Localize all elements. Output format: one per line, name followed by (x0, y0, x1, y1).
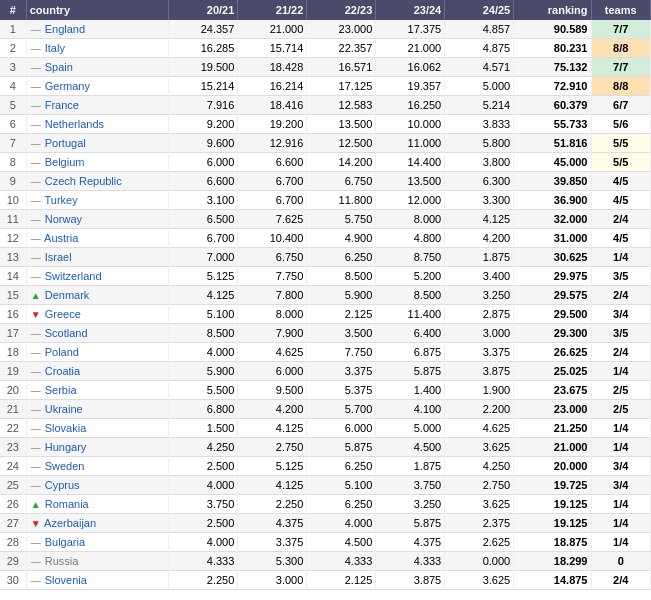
rank-cell: 8 (0, 153, 26, 172)
y2223-cell: 6.750 (307, 172, 376, 191)
y2324-cell: 13.500 (376, 172, 445, 191)
rank-cell: 4 (0, 77, 26, 96)
teams-cell: 0 (591, 552, 651, 571)
y2223-cell: 5.700 (307, 400, 376, 419)
table-row: 13 — Israel 7.000 6.750 6.250 8.750 1.87… (0, 248, 651, 267)
rank-cell: 10 (0, 191, 26, 210)
ranking-cell: 18.299 (514, 552, 591, 571)
table-row: 27 ▼ Azerbaijan 2.500 4.375 4.000 5.875 … (0, 514, 651, 533)
ranking-cell: 21.000 (514, 438, 591, 457)
y2425-cell: 4.200 (445, 229, 514, 248)
y2122-cell: 4.125 (238, 419, 307, 438)
country-name: Belgium (45, 156, 85, 168)
trend-neutral-icon: — (30, 100, 42, 111)
y2122-cell: 6.700 (238, 172, 307, 191)
ranking-cell: 30.625 (514, 248, 591, 267)
y2324-cell: 17.375 (376, 20, 445, 39)
country-name: France (45, 99, 79, 111)
ranking-cell: 29.975 (514, 267, 591, 286)
y2425-cell: 3.625 (445, 571, 514, 590)
trend-neutral-icon: — (30, 404, 42, 415)
country-cell: — Slovakia (26, 419, 169, 438)
y2324-cell: 3.250 (376, 495, 445, 514)
country-cell: — Slovenia (26, 571, 169, 590)
y2425-cell: 1.875 (445, 248, 514, 267)
y2425-cell: 4.125 (445, 210, 514, 229)
country-name: Hungary (45, 441, 87, 453)
y2425-cell: 3.000 (445, 324, 514, 343)
table-row: 4 — Germany 15.214 16.214 17.125 19.357 … (0, 77, 651, 96)
teams-cell: 2/4 (591, 286, 651, 305)
country-name: Norway (45, 213, 82, 225)
rank-cell: 26 (0, 495, 26, 514)
rank-cell: 23 (0, 438, 26, 457)
y2122-cell: 4.375 (238, 514, 307, 533)
y2223-cell: 5.900 (307, 286, 376, 305)
table-row: 18 — Poland 4.000 4.625 7.750 6.875 3.37… (0, 343, 651, 362)
y2425-cell: 0.000 (445, 552, 514, 571)
rank-cell: 9 (0, 172, 26, 191)
y2425-cell: 2.200 (445, 400, 514, 419)
ranking-cell: 55.733 (514, 115, 591, 134)
ranking-cell: 60.379 (514, 96, 591, 115)
y2021-cell: 2.250 (169, 571, 238, 590)
rank-cell: 3 (0, 58, 26, 77)
y2021-cell: 5.125 (169, 267, 238, 286)
y2021-cell: 7.000 (169, 248, 238, 267)
rank-cell: 24 (0, 457, 26, 476)
ranking-cell: 75.132 (514, 58, 591, 77)
ranking-cell: 29.300 (514, 324, 591, 343)
y2223-cell: 6.250 (307, 495, 376, 514)
country-cell: — Switzerland (26, 267, 169, 286)
y2223-cell: 6.000 (307, 419, 376, 438)
teams-cell: 2/4 (591, 210, 651, 229)
y2223-cell: 4.900 (307, 229, 376, 248)
y2021-cell: 4.333 (169, 552, 238, 571)
country-name: Cyprus (45, 479, 80, 491)
y2021-cell: 5.100 (169, 305, 238, 324)
teams-cell: 2/5 (591, 400, 651, 419)
ranking-cell: 21.250 (514, 419, 591, 438)
y2223-cell: 3.500 (307, 324, 376, 343)
y2122-cell: 18.416 (238, 96, 307, 115)
y2324-cell: 6.400 (376, 324, 445, 343)
y2223-cell: 5.100 (307, 476, 376, 495)
table-row: 20 — Serbia 5.500 9.500 5.375 1.400 1.90… (0, 381, 651, 400)
rank-cell: 28 (0, 533, 26, 552)
y2021-cell: 2.500 (169, 514, 238, 533)
table-row: 26 ▲ Romania 3.750 2.250 6.250 3.250 3.6… (0, 495, 651, 514)
y2324-cell: 5.875 (376, 514, 445, 533)
y2021-cell: 8.500 (169, 324, 238, 343)
table-row: 8 — Belgium 6.000 6.600 14.200 14.400 3.… (0, 153, 651, 172)
y2122-cell: 6.000 (238, 362, 307, 381)
y2324-cell: 4.800 (376, 229, 445, 248)
y2324-cell: 16.062 (376, 58, 445, 77)
country-name: Serbia (45, 384, 77, 396)
col-ranking: ranking (514, 0, 591, 20)
rank-cell: 22 (0, 419, 26, 438)
y2324-cell: 10.000 (376, 115, 445, 134)
table-row: 12 — Austria 6.700 10.400 4.900 4.800 4.… (0, 229, 651, 248)
col-2324: 23/24 (376, 0, 445, 20)
y2122-cell: 12.916 (238, 134, 307, 153)
trend-neutral-icon: — (30, 480, 42, 491)
y2223-cell: 8.500 (307, 267, 376, 286)
table-row: 22 — Slovakia 1.500 4.125 6.000 5.000 4.… (0, 419, 651, 438)
y2324-cell: 1.875 (376, 457, 445, 476)
country-cell: — Ukraine (26, 400, 169, 419)
country-name: Turkey (45, 194, 78, 206)
y2223-cell: 12.583 (307, 96, 376, 115)
y2223-cell: 2.125 (307, 305, 376, 324)
y2223-cell: 3.375 (307, 362, 376, 381)
y2324-cell: 8.750 (376, 248, 445, 267)
y2425-cell: 4.875 (445, 39, 514, 58)
country-name: Romania (45, 498, 89, 510)
table-row: 2 — Italy 16.285 15.714 22.357 21.000 4.… (0, 39, 651, 58)
ranking-cell: 29.500 (514, 305, 591, 324)
y2425-cell: 4.857 (445, 20, 514, 39)
country-cell: — England (26, 20, 169, 39)
y2324-cell: 4.500 (376, 438, 445, 457)
y2122-cell: 6.700 (238, 191, 307, 210)
y2021-cell: 5.900 (169, 362, 238, 381)
y2324-cell: 5.000 (376, 419, 445, 438)
